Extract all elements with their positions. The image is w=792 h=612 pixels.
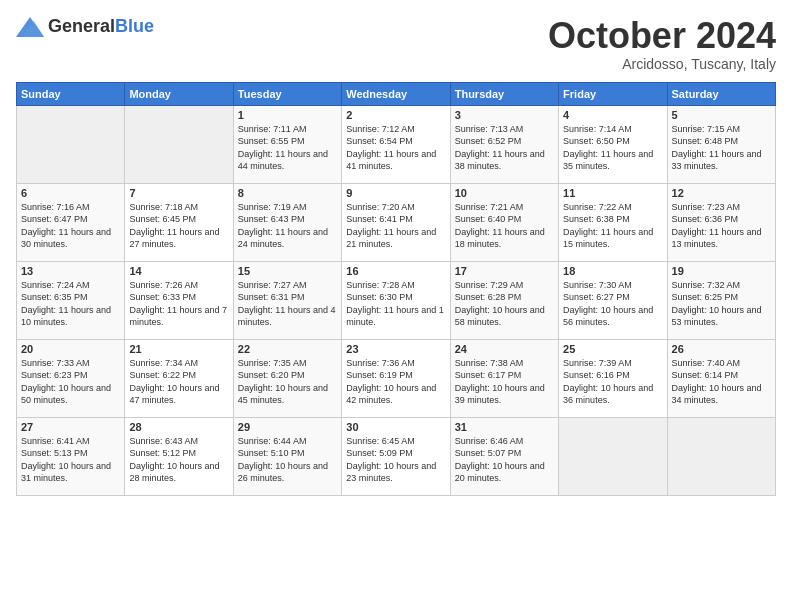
day-info-line: Sunrise: 7:16 AM [21,201,120,214]
day-info: Sunrise: 7:23 AMSunset: 6:36 PMDaylight:… [672,201,771,251]
day-info-line: Sunset: 6:45 PM [129,213,228,226]
day-info-line: Sunrise: 7:29 AM [455,279,554,292]
day-info-line: Sunset: 6:25 PM [672,291,771,304]
day-info: Sunrise: 7:12 AMSunset: 6:54 PMDaylight:… [346,123,445,173]
calendar-cell: 7Sunrise: 7:18 AMSunset: 6:45 PMDaylight… [125,183,233,261]
calendar-cell [125,105,233,183]
calendar-cell: 14Sunrise: 7:26 AMSunset: 6:33 PMDayligh… [125,261,233,339]
day-info-line: Sunset: 6:35 PM [21,291,120,304]
day-number: 9 [346,187,445,199]
page-header: GeneralBlue October 2024 Arcidosso, Tusc… [16,16,776,72]
day-number: 22 [238,343,337,355]
day-info-line: Daylight: 10 hours and 39 minutes. [455,382,554,407]
calendar-cell: 29Sunrise: 6:44 AMSunset: 5:10 PMDayligh… [233,417,341,495]
day-info: Sunrise: 6:43 AMSunset: 5:12 PMDaylight:… [129,435,228,485]
day-info-line: Daylight: 10 hours and 26 minutes. [238,460,337,485]
day-info-line: Daylight: 11 hours and 33 minutes. [672,148,771,173]
day-info-line: Daylight: 11 hours and 24 minutes. [238,226,337,251]
day-info-line: Daylight: 11 hours and 30 minutes. [21,226,120,251]
day-info: Sunrise: 7:33 AMSunset: 6:23 PMDaylight:… [21,357,120,407]
day-number: 2 [346,109,445,121]
day-info-line: Sunset: 6:55 PM [238,135,337,148]
day-info-line: Daylight: 11 hours and 44 minutes. [238,148,337,173]
day-info-line: Sunrise: 7:26 AM [129,279,228,292]
day-info-line: Sunrise: 7:32 AM [672,279,771,292]
calendar-cell: 2Sunrise: 7:12 AMSunset: 6:54 PMDaylight… [342,105,450,183]
day-info-line: Sunrise: 6:44 AM [238,435,337,448]
day-info-line: Sunset: 6:19 PM [346,369,445,382]
calendar-header-row: SundayMondayTuesdayWednesdayThursdayFrid… [17,82,776,105]
day-number: 10 [455,187,554,199]
day-info-line: Sunrise: 7:22 AM [563,201,662,214]
calendar-cell: 30Sunrise: 6:45 AMSunset: 5:09 PMDayligh… [342,417,450,495]
calendar-cell: 27Sunrise: 6:41 AMSunset: 5:13 PMDayligh… [17,417,125,495]
day-number: 23 [346,343,445,355]
day-info-line: Sunrise: 7:36 AM [346,357,445,370]
day-info-line: Daylight: 10 hours and 20 minutes. [455,460,554,485]
calendar-cell [667,417,775,495]
day-info: Sunrise: 7:24 AMSunset: 6:35 PMDaylight:… [21,279,120,329]
day-info: Sunrise: 7:21 AMSunset: 6:40 PMDaylight:… [455,201,554,251]
day-number: 21 [129,343,228,355]
day-info: Sunrise: 7:28 AMSunset: 6:30 PMDaylight:… [346,279,445,329]
day-number: 29 [238,421,337,433]
calendar-week-row: 1Sunrise: 7:11 AMSunset: 6:55 PMDaylight… [17,105,776,183]
day-info-line: Daylight: 10 hours and 58 minutes. [455,304,554,329]
day-info: Sunrise: 7:18 AMSunset: 6:45 PMDaylight:… [129,201,228,251]
day-info: Sunrise: 7:27 AMSunset: 6:31 PMDaylight:… [238,279,337,329]
day-info: Sunrise: 7:32 AMSunset: 6:25 PMDaylight:… [672,279,771,329]
day-info: Sunrise: 7:36 AMSunset: 6:19 PMDaylight:… [346,357,445,407]
calendar-cell: 3Sunrise: 7:13 AMSunset: 6:52 PMDaylight… [450,105,558,183]
day-number: 8 [238,187,337,199]
day-info-line: Sunset: 6:38 PM [563,213,662,226]
day-info-line: Daylight: 10 hours and 34 minutes. [672,382,771,407]
day-number: 27 [21,421,120,433]
calendar-cell: 13Sunrise: 7:24 AMSunset: 6:35 PMDayligh… [17,261,125,339]
day-info: Sunrise: 7:40 AMSunset: 6:14 PMDaylight:… [672,357,771,407]
day-info-line: Sunrise: 7:21 AM [455,201,554,214]
day-info-line: Sunrise: 7:35 AM [238,357,337,370]
day-info-line: Sunset: 6:36 PM [672,213,771,226]
calendar-cell: 1Sunrise: 7:11 AMSunset: 6:55 PMDaylight… [233,105,341,183]
day-info-line: Daylight: 11 hours and 27 minutes. [129,226,228,251]
day-number: 20 [21,343,120,355]
day-info: Sunrise: 7:34 AMSunset: 6:22 PMDaylight:… [129,357,228,407]
day-info: Sunrise: 7:22 AMSunset: 6:38 PMDaylight:… [563,201,662,251]
logo-icon [16,17,44,37]
calendar-cell: 15Sunrise: 7:27 AMSunset: 6:31 PMDayligh… [233,261,341,339]
day-info: Sunrise: 7:38 AMSunset: 6:17 PMDaylight:… [455,357,554,407]
day-info-line: Sunset: 5:09 PM [346,447,445,460]
logo-general: General [48,16,115,36]
day-info-line: Sunrise: 7:34 AM [129,357,228,370]
day-number: 28 [129,421,228,433]
day-info-line: Sunrise: 7:23 AM [672,201,771,214]
day-info: Sunrise: 7:20 AMSunset: 6:41 PMDaylight:… [346,201,445,251]
day-info-line: Daylight: 11 hours and 35 minutes. [563,148,662,173]
day-info-line: Sunset: 6:48 PM [672,135,771,148]
day-info-line: Sunrise: 7:27 AM [238,279,337,292]
calendar-cell: 21Sunrise: 7:34 AMSunset: 6:22 PMDayligh… [125,339,233,417]
day-info-line: Sunrise: 7:30 AM [563,279,662,292]
day-number: 11 [563,187,662,199]
day-info-line: Sunset: 6:41 PM [346,213,445,226]
calendar-cell: 4Sunrise: 7:14 AMSunset: 6:50 PMDaylight… [559,105,667,183]
day-info-line: Sunrise: 6:41 AM [21,435,120,448]
day-info-line: Daylight: 11 hours and 38 minutes. [455,148,554,173]
calendar-cell: 6Sunrise: 7:16 AMSunset: 6:47 PMDaylight… [17,183,125,261]
calendar-cell: 19Sunrise: 7:32 AMSunset: 6:25 PMDayligh… [667,261,775,339]
day-info-line: Daylight: 11 hours and 13 minutes. [672,226,771,251]
calendar-cell [559,417,667,495]
day-info-line: Sunset: 6:43 PM [238,213,337,226]
day-info-line: Sunset: 6:28 PM [455,291,554,304]
day-number: 15 [238,265,337,277]
calendar-cell: 8Sunrise: 7:19 AMSunset: 6:43 PMDaylight… [233,183,341,261]
day-info-line: Sunrise: 7:15 AM [672,123,771,136]
day-info-line: Daylight: 10 hours and 50 minutes. [21,382,120,407]
day-info-line: Daylight: 11 hours and 15 minutes. [563,226,662,251]
day-info-line: Sunset: 6:40 PM [455,213,554,226]
day-info-line: Sunrise: 7:13 AM [455,123,554,136]
day-info-line: Sunrise: 7:19 AM [238,201,337,214]
day-info-line: Sunrise: 6:46 AM [455,435,554,448]
day-info-line: Daylight: 10 hours and 28 minutes. [129,460,228,485]
column-header-monday: Monday [125,82,233,105]
